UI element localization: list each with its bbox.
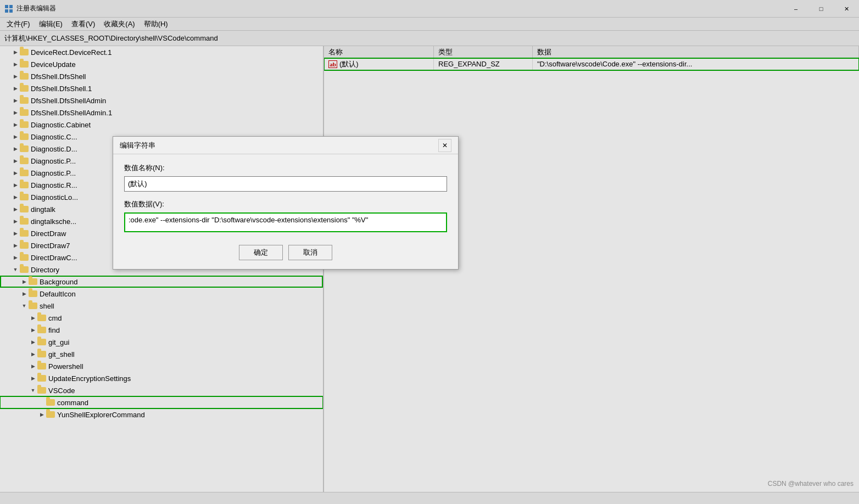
dialog-buttons: 确定 取消: [124, 242, 447, 260]
edit-string-dialog: 编辑字符串 ✕ 数值名称(N): 数值数据(V): :ode.exe" --ex…: [113, 136, 459, 270]
dialog-ok-button[interactable]: 确定: [239, 245, 283, 260]
dialog-title: 编辑字符串: [120, 141, 438, 150]
dialog-name-label: 数值名称(N):: [124, 163, 447, 173]
dialog-title-bar: 编辑字符串 ✕: [113, 137, 458, 154]
dialog-cancel-button[interactable]: 取消: [288, 245, 332, 260]
dialog-close-button[interactable]: ✕: [438, 139, 451, 152]
dialog-data-input[interactable]: :ode.exe" --extensions-dir "D:\software\…: [124, 212, 447, 232]
dialog-overlay: 编辑字符串 ✕ 数值名称(N): 数值数据(V): :ode.exe" --ex…: [0, 0, 859, 504]
dialog-body: 数值名称(N): 数值数据(V): :ode.exe" --extensions…: [113, 154, 458, 269]
dialog-data-label: 数值数据(V):: [124, 199, 447, 209]
dialog-name-input[interactable]: [124, 176, 447, 192]
